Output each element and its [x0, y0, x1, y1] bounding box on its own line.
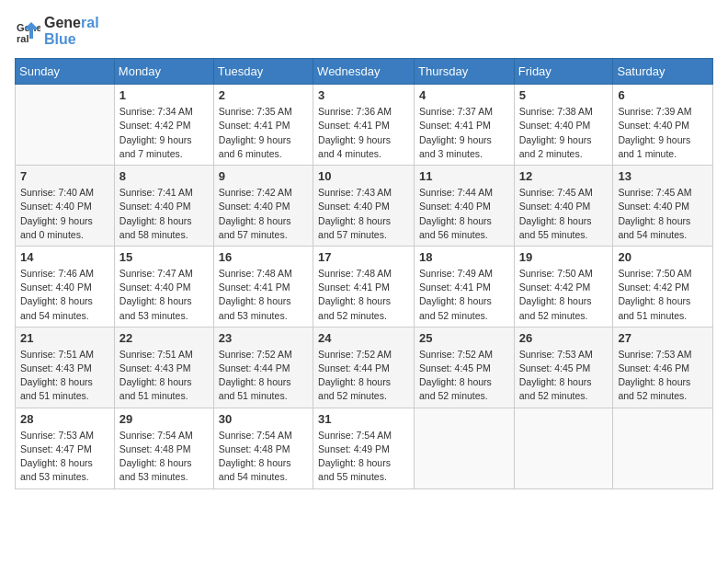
- logo: Gene- ral General Blue: [15, 15, 99, 47]
- day-info: Sunrise: 7:51 AM Sunset: 4:43 PM Dayligh…: [119, 348, 209, 404]
- day-cell: 27Sunrise: 7:53 AM Sunset: 4:46 PM Dayli…: [613, 327, 713, 408]
- day-info: Sunrise: 7:40 AM Sunset: 4:40 PM Dayligh…: [20, 186, 109, 242]
- day-cell: 24Sunrise: 7:52 AM Sunset: 4:44 PM Dayli…: [313, 327, 415, 408]
- day-number: 1: [119, 88, 209, 102]
- day-cell: 3Sunrise: 7:36 AM Sunset: 4:41 PM Daylig…: [313, 85, 415, 166]
- day-number: 6: [618, 88, 708, 102]
- day-cell: [514, 408, 613, 488]
- day-info: Sunrise: 7:54 AM Sunset: 4:49 PM Dayligh…: [318, 429, 409, 485]
- day-number: 26: [519, 331, 609, 345]
- day-number: 4: [419, 88, 509, 102]
- day-info: Sunrise: 7:51 AM Sunset: 4:43 PM Dayligh…: [20, 348, 109, 404]
- column-header-saturday: Saturday: [613, 59, 713, 85]
- day-info: Sunrise: 7:48 AM Sunset: 4:41 PM Dayligh…: [219, 267, 308, 323]
- day-cell: 21Sunrise: 7:51 AM Sunset: 4:43 PM Dayli…: [16, 327, 115, 408]
- svg-text:ral: ral: [17, 33, 28, 44]
- day-info: Sunrise: 7:47 AM Sunset: 4:40 PM Dayligh…: [119, 267, 209, 323]
- day-number: 10: [318, 169, 409, 183]
- day-number: 31: [318, 412, 409, 426]
- day-cell: 18Sunrise: 7:49 AM Sunset: 4:41 PM Dayli…: [415, 246, 515, 327]
- column-header-sunday: Sunday: [16, 59, 115, 85]
- day-info: Sunrise: 7:36 AM Sunset: 4:41 PM Dayligh…: [318, 105, 409, 161]
- day-number: 2: [219, 88, 308, 102]
- day-number: 17: [318, 250, 409, 264]
- day-cell: 7Sunrise: 7:40 AM Sunset: 4:40 PM Daylig…: [16, 166, 115, 247]
- day-number: 18: [419, 250, 509, 264]
- day-info: Sunrise: 7:43 AM Sunset: 4:40 PM Dayligh…: [318, 186, 409, 242]
- day-info: Sunrise: 7:45 AM Sunset: 4:40 PM Dayligh…: [618, 186, 708, 242]
- week-row-1: 1Sunrise: 7:34 AM Sunset: 4:42 PM Daylig…: [16, 85, 713, 166]
- day-number: 23: [219, 331, 308, 345]
- day-number: 13: [618, 169, 708, 183]
- day-info: Sunrise: 7:52 AM Sunset: 4:45 PM Dayligh…: [419, 348, 509, 404]
- day-number: 16: [219, 250, 308, 264]
- week-row-5: 28Sunrise: 7:53 AM Sunset: 4:47 PM Dayli…: [16, 408, 713, 488]
- day-cell: 25Sunrise: 7:52 AM Sunset: 4:45 PM Dayli…: [415, 327, 515, 408]
- day-number: 20: [618, 250, 708, 264]
- day-info: Sunrise: 7:52 AM Sunset: 4:44 PM Dayligh…: [318, 348, 409, 404]
- logo-text-line2: Blue: [44, 31, 99, 48]
- day-info: Sunrise: 7:50 AM Sunset: 4:42 PM Dayligh…: [618, 267, 708, 323]
- day-cell: 9Sunrise: 7:42 AM Sunset: 4:40 PM Daylig…: [213, 166, 313, 247]
- day-cell: 31Sunrise: 7:54 AM Sunset: 4:49 PM Dayli…: [313, 408, 415, 488]
- day-number: 25: [419, 331, 509, 345]
- day-cell: 11Sunrise: 7:44 AM Sunset: 4:40 PM Dayli…: [415, 166, 515, 247]
- day-cell: 17Sunrise: 7:48 AM Sunset: 4:41 PM Dayli…: [313, 246, 415, 327]
- day-info: Sunrise: 7:53 AM Sunset: 4:46 PM Dayligh…: [618, 348, 708, 404]
- day-number: 14: [20, 250, 109, 264]
- logo-icon: Gene- ral: [15, 18, 40, 44]
- day-cell: 23Sunrise: 7:52 AM Sunset: 4:44 PM Dayli…: [213, 327, 313, 408]
- day-number: 30: [219, 412, 308, 426]
- day-number: 29: [119, 412, 209, 426]
- day-cell: 20Sunrise: 7:50 AM Sunset: 4:42 PM Dayli…: [613, 246, 713, 327]
- week-row-2: 7Sunrise: 7:40 AM Sunset: 4:40 PM Daylig…: [16, 166, 713, 247]
- day-cell: [613, 408, 713, 488]
- day-info: Sunrise: 7:39 AM Sunset: 4:40 PM Dayligh…: [618, 105, 708, 161]
- day-number: 21: [20, 331, 109, 345]
- day-info: Sunrise: 7:49 AM Sunset: 4:41 PM Dayligh…: [419, 267, 509, 323]
- day-info: Sunrise: 7:42 AM Sunset: 4:40 PM Dayligh…: [219, 186, 308, 242]
- week-row-4: 21Sunrise: 7:51 AM Sunset: 4:43 PM Dayli…: [16, 327, 713, 408]
- column-header-monday: Monday: [114, 59, 213, 85]
- day-info: Sunrise: 7:48 AM Sunset: 4:41 PM Dayligh…: [318, 267, 409, 323]
- day-cell: 29Sunrise: 7:54 AM Sunset: 4:48 PM Dayli…: [114, 408, 213, 488]
- day-info: Sunrise: 7:45 AM Sunset: 4:40 PM Dayligh…: [519, 186, 609, 242]
- day-info: Sunrise: 7:38 AM Sunset: 4:40 PM Dayligh…: [519, 105, 609, 161]
- day-info: Sunrise: 7:35 AM Sunset: 4:41 PM Dayligh…: [219, 105, 308, 161]
- column-header-wednesday: Wednesday: [313, 59, 415, 85]
- day-cell: 12Sunrise: 7:45 AM Sunset: 4:40 PM Dayli…: [514, 166, 613, 247]
- day-info: Sunrise: 7:41 AM Sunset: 4:40 PM Dayligh…: [119, 186, 209, 242]
- day-info: Sunrise: 7:53 AM Sunset: 4:47 PM Dayligh…: [20, 429, 109, 485]
- day-cell: 8Sunrise: 7:41 AM Sunset: 4:40 PM Daylig…: [114, 166, 213, 247]
- column-header-friday: Friday: [514, 59, 613, 85]
- day-info: Sunrise: 7:54 AM Sunset: 4:48 PM Dayligh…: [219, 429, 308, 485]
- day-number: 7: [20, 169, 109, 183]
- day-number: 12: [519, 169, 609, 183]
- day-info: Sunrise: 7:53 AM Sunset: 4:45 PM Dayligh…: [519, 348, 609, 404]
- day-cell: 10Sunrise: 7:43 AM Sunset: 4:40 PM Dayli…: [313, 166, 415, 247]
- day-info: Sunrise: 7:52 AM Sunset: 4:44 PM Dayligh…: [219, 348, 308, 404]
- day-number: 8: [119, 169, 209, 183]
- logo-text-line1: General: [44, 15, 99, 31]
- day-info: Sunrise: 7:44 AM Sunset: 4:40 PM Dayligh…: [419, 186, 509, 242]
- day-number: 24: [318, 331, 409, 345]
- day-info: Sunrise: 7:50 AM Sunset: 4:42 PM Dayligh…: [519, 267, 609, 323]
- day-number: 11: [419, 169, 509, 183]
- day-number: 3: [318, 88, 409, 102]
- day-number: 5: [519, 88, 609, 102]
- day-cell: 26Sunrise: 7:53 AM Sunset: 4:45 PM Dayli…: [514, 327, 613, 408]
- day-cell: [415, 408, 515, 488]
- day-number: 27: [618, 331, 708, 345]
- day-cell: 1Sunrise: 7:34 AM Sunset: 4:42 PM Daylig…: [114, 85, 213, 166]
- day-info: Sunrise: 7:54 AM Sunset: 4:48 PM Dayligh…: [119, 429, 209, 485]
- day-cell: 4Sunrise: 7:37 AM Sunset: 4:41 PM Daylig…: [415, 85, 515, 166]
- day-cell: 22Sunrise: 7:51 AM Sunset: 4:43 PM Dayli…: [114, 327, 213, 408]
- day-cell: 28Sunrise: 7:53 AM Sunset: 4:47 PM Dayli…: [16, 408, 115, 488]
- day-cell: 14Sunrise: 7:46 AM Sunset: 4:40 PM Dayli…: [16, 246, 115, 327]
- day-cell: [16, 85, 115, 166]
- day-number: 15: [119, 250, 209, 264]
- day-info: Sunrise: 7:46 AM Sunset: 4:40 PM Dayligh…: [20, 267, 109, 323]
- column-header-tuesday: Tuesday: [213, 59, 313, 85]
- day-cell: 5Sunrise: 7:38 AM Sunset: 4:40 PM Daylig…: [514, 85, 613, 166]
- calendar-table: SundayMondayTuesdayWednesdayThursdayFrid…: [15, 58, 713, 488]
